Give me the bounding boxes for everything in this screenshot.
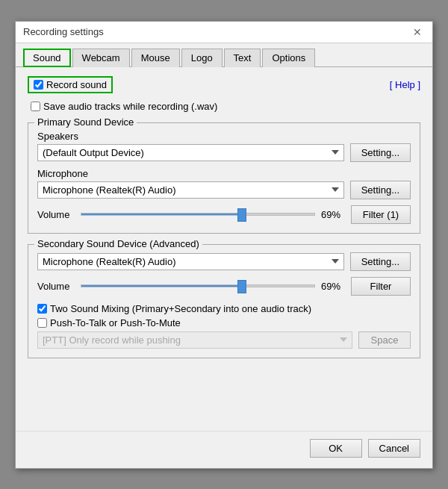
microphone-select-row: Microphone (Realtek(R) Audio) Setting... <box>37 181 411 199</box>
two-sound-row: Two Sound Mixing (Primary+Secondary into… <box>37 303 411 314</box>
dialog: Recording settings ✕ Sound Webcam Mouse … <box>15 21 433 469</box>
ptt-mode-select[interactable]: [PTT] Only record while pushing <box>37 331 352 349</box>
secondary-volume-row: Volume 69% Filter <box>37 277 411 296</box>
ptt-key-display: Space <box>358 331 411 349</box>
ptt-checkbox[interactable] <box>37 318 47 328</box>
microphone-select[interactable]: Microphone (Realtek(R) Audio) <box>37 181 344 199</box>
speakers-label: Speakers <box>37 131 411 142</box>
tab-text[interactable]: Text <box>224 49 261 67</box>
tab-content: Record sound [ Help ] Save audio tracks … <box>16 67 432 431</box>
microphone-label: Microphone <box>37 168 411 179</box>
speakers-setting-button[interactable]: Setting... <box>350 143 411 162</box>
ptt-select-row: [PTT] Only record while pushing Space <box>37 331 411 349</box>
secondary-sound-group: Secondary Sound Device (Advanced) Microp… <box>28 244 420 358</box>
secondary-volume-fill <box>81 285 242 287</box>
record-sound-checkbox[interactable] <box>34 80 43 90</box>
primary-volume-slider-container[interactable] <box>81 207 315 222</box>
close-button[interactable]: ✕ <box>410 26 425 38</box>
primary-volume-track <box>81 213 315 216</box>
secondary-microphone-select[interactable]: Microphone (Realtek(R) Audio) <box>37 253 344 270</box>
tab-sound[interactable]: Sound <box>23 49 71 67</box>
speakers-select-row: (Default Output Device) Setting... <box>37 143 411 162</box>
primary-volume-label: Volume <box>37 209 75 220</box>
secondary-volume-label: Volume <box>37 281 75 292</box>
help-link[interactable]: [ Help ] <box>390 79 420 90</box>
save-audio-checkbox[interactable] <box>31 102 40 111</box>
secondary-volume-thumb[interactable] <box>237 280 246 293</box>
ok-button[interactable]: OK <box>310 439 362 458</box>
secondary-microphone-row: Microphone (Realtek(R) Audio) Setting... <box>37 252 411 271</box>
secondary-volume-track <box>81 284 315 287</box>
primary-sound-group: Primary Sound Device Speakers (Default O… <box>28 122 420 234</box>
tab-logo[interactable]: Logo <box>181 49 223 67</box>
speakers-select[interactable]: (Default Output Device) <box>37 144 344 161</box>
record-sound-label[interactable]: Record sound <box>28 76 113 93</box>
microphone-setting-button[interactable]: Setting... <box>350 181 411 199</box>
tab-bar: Sound Webcam Mouse Logo Text Options <box>16 43 432 67</box>
speakers-field: Speakers (Default Output Device) Setting… <box>37 131 411 162</box>
tab-mouse[interactable]: Mouse <box>131 49 180 67</box>
secondary-filter-button[interactable]: Filter <box>351 277 411 296</box>
tab-webcam[interactable]: Webcam <box>72 49 130 67</box>
title-bar: Recording settings ✕ <box>16 22 432 43</box>
secondary-group-title: Secondary Sound Device (Advanced) <box>34 238 202 249</box>
tab-options[interactable]: Options <box>262 49 315 67</box>
save-audio-row: Save audio tracks while recording (.wav) <box>31 101 420 112</box>
secondary-volume-slider-container[interactable] <box>81 278 315 293</box>
primary-volume-fill <box>81 214 242 215</box>
microphone-field: Microphone Microphone (Realtek(R) Audio)… <box>37 168 411 199</box>
ptt-checkbox-row: Push-To-Talk or Push-To-Mute <box>37 317 411 328</box>
primary-group-title: Primary Sound Device <box>34 116 137 128</box>
primary-volume-row: Volume 69% Filter (1) <box>37 205 411 224</box>
primary-filter-button[interactable]: Filter (1) <box>351 205 411 224</box>
cancel-button[interactable]: Cancel <box>368 439 420 458</box>
two-sound-checkbox[interactable] <box>37 304 47 314</box>
secondary-volume-pct: 69% <box>321 281 345 292</box>
record-sound-row: Record sound [ Help ] <box>28 76 420 93</box>
dialog-footer: OK Cancel <box>16 431 432 468</box>
primary-volume-thumb[interactable] <box>237 208 246 222</box>
secondary-setting-button[interactable]: Setting... <box>350 252 411 271</box>
primary-volume-pct: 69% <box>321 209 345 220</box>
dialog-title: Recording settings <box>23 26 104 37</box>
